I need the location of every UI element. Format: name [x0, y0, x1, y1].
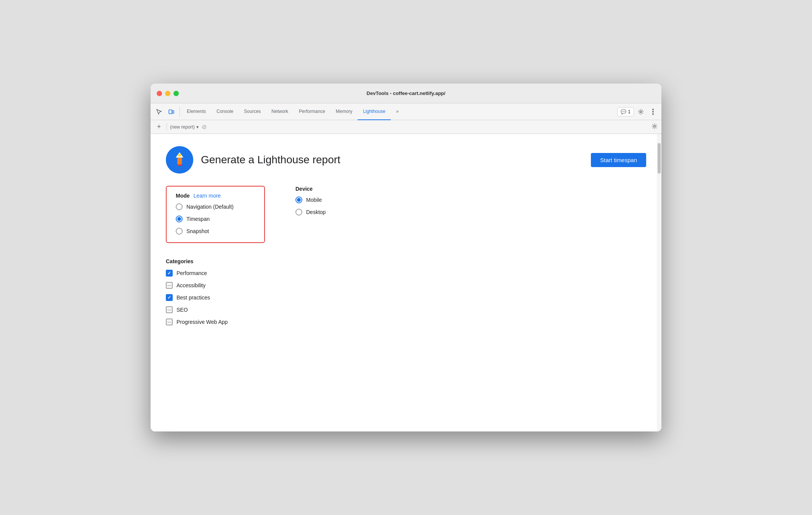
learn-more-link[interactable]: Learn more — [194, 193, 221, 199]
scrollbar-thumb[interactable] — [658, 143, 661, 174]
settings-button[interactable] — [635, 106, 646, 117]
report-selector-label: (new report) — [170, 124, 195, 130]
tab-lighthouse[interactable]: Lighthouse — [358, 103, 391, 120]
title-bar: DevTools - coffee-cart.netlify.app/ — [151, 84, 661, 103]
category-performance[interactable]: Performance — [166, 270, 646, 277]
toolbar-icons — [154, 106, 180, 117]
category-best-practices[interactable]: Best practices — [166, 294, 646, 301]
tab-memory[interactable]: Memory — [331, 103, 358, 120]
svg-point-11 — [178, 154, 181, 157]
category-seo-label: SEO — [177, 307, 188, 313]
mode-navigation-radio[interactable] — [176, 203, 183, 210]
device-desktop-option[interactable]: Desktop — [295, 209, 372, 216]
start-timespan-button[interactable]: Start timespan — [591, 153, 646, 167]
categories-section: Categories Performance Accessibility Bes… — [166, 258, 646, 325]
cancel-icon[interactable]: ⊘ — [202, 123, 207, 130]
svg-point-4 — [652, 111, 654, 113]
mode-label: Mode — [176, 193, 190, 199]
toolbar-right: 💬 1 — [617, 106, 658, 117]
category-accessibility[interactable]: Accessibility — [166, 282, 646, 289]
category-performance-label: Performance — [177, 270, 207, 276]
lighthouse-logo — [166, 146, 193, 174]
report-header: Generate a Lighthouse report Start times… — [166, 146, 646, 174]
category-pwa[interactable]: Progressive Web App — [166, 319, 646, 325]
maximize-button[interactable] — [173, 91, 179, 96]
mode-timespan-radio[interactable] — [176, 216, 183, 222]
category-performance-checkbox[interactable] — [166, 270, 173, 277]
secondary-settings-icon[interactable] — [652, 123, 658, 131]
tab-console[interactable]: Console — [211, 103, 239, 120]
svg-rect-10 — [178, 164, 181, 166]
tab-network[interactable]: Network — [266, 103, 294, 120]
category-best-practices-checkbox[interactable] — [166, 294, 173, 301]
secondary-toolbar: + (new report) ▾ ⊘ — [151, 120, 661, 134]
mode-timespan-label: Timespan — [186, 216, 210, 222]
svg-point-3 — [652, 109, 654, 110]
categories-label: Categories — [166, 258, 646, 264]
tab-performance[interactable]: Performance — [294, 103, 331, 120]
category-pwa-checkbox[interactable] — [166, 319, 173, 325]
nav-tabs: Elements Console Sources Network Perform… — [181, 103, 617, 120]
device-section: Device Mobile Desktop — [295, 186, 372, 243]
mode-snapshot-radio[interactable] — [176, 228, 183, 235]
device-mobile-label: Mobile — [306, 197, 322, 203]
mode-snapshot-label: Snapshot — [186, 228, 209, 234]
chevron-down-icon: ▾ — [196, 124, 199, 130]
window-title: DevTools - coffee-cart.netlify.app/ — [367, 90, 446, 96]
close-button[interactable] — [157, 91, 162, 96]
mode-navigation-option[interactable]: Navigation (Default) — [176, 203, 255, 210]
mode-snapshot-option[interactable]: Snapshot — [176, 228, 255, 235]
device-section-label: Device — [295, 186, 372, 192]
device-desktop-label: Desktop — [306, 209, 326, 215]
inspect-element-button[interactable] — [154, 106, 164, 117]
minimize-button[interactable] — [165, 91, 170, 96]
mode-section-label: Mode Learn more — [176, 193, 255, 199]
tab-more[interactable]: » — [391, 103, 404, 120]
config-row: Mode Learn more Navigation (Default) Tim… — [166, 186, 646, 243]
device-mobile-radio[interactable] — [295, 196, 302, 203]
more-options-button[interactable] — [648, 106, 658, 117]
scrollbar[interactable] — [657, 134, 661, 431]
svg-rect-1 — [172, 111, 174, 113]
device-mobile-option[interactable]: Mobile — [295, 196, 372, 203]
category-accessibility-checkbox[interactable] — [166, 282, 173, 289]
svg-point-6 — [654, 125, 656, 127]
device-label: Device — [295, 186, 313, 192]
category-seo-checkbox[interactable] — [166, 306, 173, 313]
category-pwa-label: Progressive Web App — [177, 319, 228, 325]
svg-rect-0 — [169, 110, 172, 114]
main-content: Generate a Lighthouse report Start times… — [151, 134, 661, 431]
category-seo[interactable]: SEO — [166, 306, 646, 313]
toolbar-divider — [167, 123, 167, 131]
mode-section: Mode Learn more Navigation (Default) Tim… — [166, 186, 265, 243]
mode-navigation-label: Navigation (Default) — [186, 204, 234, 210]
add-report-button[interactable]: + — [154, 122, 164, 132]
device-desktop-radio[interactable] — [295, 209, 302, 216]
svg-point-5 — [652, 113, 654, 115]
traffic-lights — [157, 91, 179, 96]
svg-point-2 — [640, 111, 642, 113]
category-best-practices-label: Best practices — [177, 295, 210, 301]
category-accessibility-label: Accessibility — [177, 282, 205, 288]
devtools-window: DevTools - coffee-cart.netlify.app/ Elem… — [151, 84, 661, 431]
devtools-toolbar: Elements Console Sources Network Perform… — [151, 103, 661, 120]
feedback-count: 1 — [628, 109, 631, 114]
feedback-button[interactable]: 💬 1 — [617, 107, 634, 116]
tab-elements[interactable]: Elements — [181, 103, 211, 120]
report-title-area: Generate a Lighthouse report — [166, 146, 340, 174]
mode-timespan-option[interactable]: Timespan — [176, 216, 255, 222]
svg-rect-9 — [177, 158, 182, 164]
report-selector[interactable]: (new report) ▾ — [170, 124, 199, 130]
device-toggle-button[interactable] — [166, 106, 177, 117]
report-title: Generate a Lighthouse report — [201, 154, 340, 166]
tab-sources[interactable]: Sources — [239, 103, 266, 120]
feedback-icon: 💬 — [621, 109, 626, 114]
